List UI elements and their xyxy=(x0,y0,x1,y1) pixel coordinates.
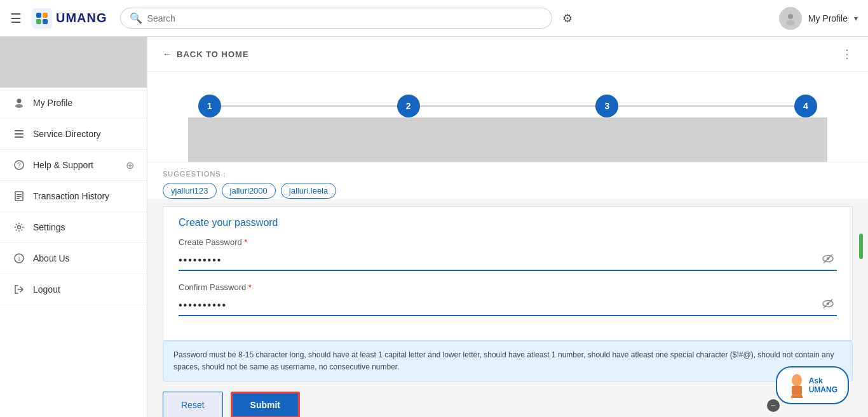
toggle-confirm-password-icon[interactable] xyxy=(822,298,834,314)
svg-rect-3 xyxy=(43,19,48,24)
sidebar-item-my-profile[interactable]: My Profile xyxy=(0,88,147,119)
step-3: 3 xyxy=(595,95,618,117)
ask-umang-label: Ask xyxy=(809,376,837,385)
profile-icon xyxy=(13,96,25,109)
sidebar-label-about-us: About Us xyxy=(33,253,134,263)
more-options-icon[interactable]: ⋮ xyxy=(841,47,853,61)
minimize-button[interactable]: − xyxy=(767,399,780,412)
sidebar-item-help-support[interactable]: ? Help & Support ⊕ xyxy=(0,150,147,181)
required-asterisk-2: * xyxy=(248,282,252,292)
menu-icon[interactable]: ☰ xyxy=(10,11,22,26)
sidebar-item-service-directory[interactable]: Service Directory xyxy=(0,119,147,150)
body-container: My Profile Service Directory ? Help & Su… xyxy=(0,37,868,417)
expand-icon: ⊕ xyxy=(126,159,134,171)
svg-rect-8 xyxy=(15,130,24,131)
svg-rect-14 xyxy=(17,194,22,195)
logout-icon xyxy=(13,283,25,296)
create-password-section: Create your password Create Password * C… xyxy=(163,206,853,341)
logo-icon xyxy=(32,8,52,29)
avatar xyxy=(779,7,802,30)
svg-point-26 xyxy=(792,374,802,386)
app-header: ☰ UMANG 🔍 ⚙ My Profile ▾ xyxy=(0,0,868,37)
confirm-password-input[interactable] xyxy=(179,296,837,315)
svg-text:?: ? xyxy=(17,162,21,169)
sidebar-item-transaction-history[interactable]: Transaction History xyxy=(0,181,147,212)
suggestion-chip-0[interactable]: yjalluri123 xyxy=(163,183,217,199)
svg-rect-2 xyxy=(36,19,41,24)
logo-text: UMANG xyxy=(56,11,107,25)
svg-point-6 xyxy=(17,99,22,103)
svg-rect-27 xyxy=(792,386,802,395)
svg-point-17 xyxy=(18,226,21,229)
step-line-1 xyxy=(221,105,397,107)
search-icon: 🔍 xyxy=(130,12,142,24)
back-arrow-icon[interactable]: ← xyxy=(163,49,172,59)
svg-marker-28 xyxy=(790,395,803,398)
info-icon: i xyxy=(13,252,25,265)
suggestions-label: SUGGESTIONS : xyxy=(163,170,853,178)
submit-button[interactable]: Submit xyxy=(231,392,300,417)
sidebar-avatar-area xyxy=(0,37,147,88)
confirm-password-field-wrap xyxy=(179,296,837,316)
svg-point-4 xyxy=(788,14,793,19)
gray-card-area xyxy=(188,117,827,162)
svg-rect-10 xyxy=(15,136,24,138)
help-icon: ? xyxy=(13,159,25,171)
svg-rect-16 xyxy=(17,198,20,199)
confirm-label: Confirm Password * xyxy=(179,282,837,292)
password-field-wrap xyxy=(179,251,837,271)
svg-rect-9 xyxy=(15,133,24,135)
search-input[interactable] xyxy=(147,13,543,23)
sidebar-label-logout: Logout xyxy=(33,284,134,295)
sidebar-label-transaction-history: Transaction History xyxy=(33,191,134,201)
step-line-2 xyxy=(420,105,596,107)
suggestion-chip-2[interactable]: jalluri.leela xyxy=(281,183,336,199)
sidebar: My Profile Service Directory ? Help & Su… xyxy=(0,37,147,417)
service-icon xyxy=(13,128,25,140)
form-buttons: Reset Submit xyxy=(163,392,853,417)
password-label: Create Password * xyxy=(179,237,837,247)
logo: UMANG xyxy=(32,8,107,29)
filter-icon[interactable]: ⚙ xyxy=(562,11,573,25)
search-container: 🔍 xyxy=(120,8,552,29)
create-password-input[interactable] xyxy=(179,251,837,270)
sidebar-label-service-directory: Service Directory xyxy=(33,129,134,139)
profile-label[interactable]: My Profile xyxy=(808,13,848,23)
create-password-title: Create your password xyxy=(179,217,837,228)
password-info-box: Password must be 8-15 character long, sh… xyxy=(163,341,853,381)
back-to-home-label[interactable]: BACK TO HOME xyxy=(177,50,249,59)
suggestions-chips: yjalluri123 jalluri2000 jalluri.leela xyxy=(163,183,853,199)
umang-label: UMANG xyxy=(809,385,837,394)
required-asterisk-1: * xyxy=(244,237,247,247)
profile-section: My Profile ▾ xyxy=(779,7,858,30)
svg-text:i: i xyxy=(18,255,20,262)
toggle-password-icon[interactable] xyxy=(822,253,834,268)
back-bar: ← BACK TO HOME ⋮ xyxy=(147,37,868,72)
ask-umang-widget: − Ask UMANG xyxy=(772,366,849,404)
reset-button[interactable]: Reset xyxy=(163,392,223,417)
step-line-3 xyxy=(618,105,794,107)
step-4: 4 xyxy=(794,95,817,117)
suggestion-chip-1[interactable]: jalluri2000 xyxy=(222,183,276,199)
sidebar-item-logout[interactable]: Logout xyxy=(0,274,147,305)
sidebar-item-settings[interactable]: Settings xyxy=(0,212,147,243)
green-indicator xyxy=(859,234,863,259)
sidebar-label-my-profile: My Profile xyxy=(33,98,134,108)
step-1: 1 xyxy=(198,95,221,117)
sidebar-item-about-us[interactable]: i About Us xyxy=(0,243,147,274)
steps-row: 1 2 3 4 xyxy=(173,82,843,117)
settings-icon xyxy=(13,221,25,234)
sidebar-label-settings: Settings xyxy=(33,222,134,232)
main-content: ← BACK TO HOME ⋮ 1 2 3 4 xyxy=(147,37,868,417)
svg-point-5 xyxy=(786,20,795,25)
svg-point-7 xyxy=(15,104,23,108)
transaction-icon xyxy=(13,190,25,202)
chevron-down-icon: ▾ xyxy=(854,14,858,23)
svg-rect-1 xyxy=(43,13,48,18)
svg-rect-15 xyxy=(17,196,22,197)
svg-rect-0 xyxy=(36,13,41,18)
sidebar-label-help-support: Help & Support xyxy=(33,160,118,170)
step-2: 2 xyxy=(397,95,420,117)
